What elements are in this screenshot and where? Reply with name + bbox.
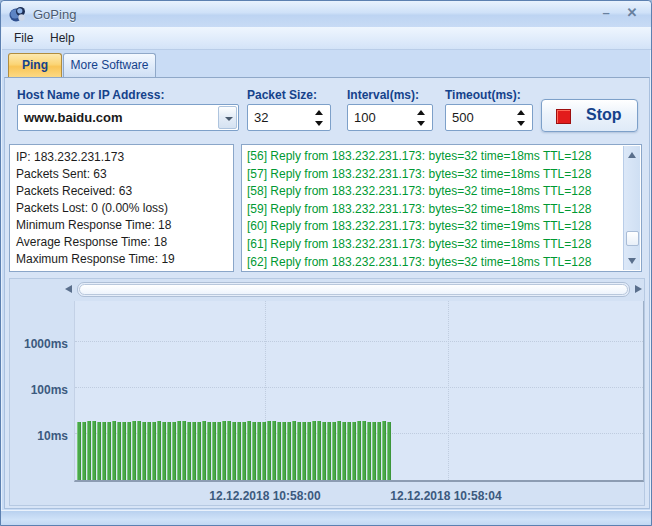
ping-stats-panel: IP: 183.232.231.173Packets Sent: 63Packe… — [9, 144, 234, 272]
response-bar — [97, 422, 101, 480]
response-bar — [172, 422, 176, 480]
response-bar — [362, 421, 366, 480]
y-tick-10ms: 10ms — [10, 429, 68, 443]
chart-plot-area — [74, 301, 644, 482]
title-bar[interactable]: GoPing – ✕ — [1, 1, 651, 27]
log-scrollbar[interactable] — [623, 146, 640, 270]
response-bar — [212, 422, 216, 480]
response-bar — [132, 421, 136, 480]
close-icon[interactable]: ✕ — [621, 4, 643, 22]
response-bar — [112, 421, 116, 480]
response-bar — [377, 422, 381, 480]
gridline-100ms — [75, 387, 643, 388]
tab-more-software[interactable]: More Software — [63, 53, 156, 77]
response-bar — [382, 421, 386, 480]
stat-line: Average Response Time: 18 — [16, 234, 233, 251]
tab-ping[interactable]: Ping — [8, 53, 62, 77]
y-tick-1000ms: 1000ms — [10, 337, 68, 351]
response-bar — [162, 422, 166, 480]
timeout-stepper[interactable] — [515, 109, 527, 127]
spinner-up-icon — [517, 110, 525, 115]
menu-bar: File Help — [2, 27, 652, 50]
response-bar — [372, 422, 376, 480]
tab-bar: Ping More Software — [2, 51, 652, 77]
response-bar — [127, 422, 131, 480]
response-bar — [352, 422, 356, 480]
response-bar — [222, 421, 226, 480]
response-bar — [287, 422, 291, 480]
gridline — [448, 301, 449, 480]
response-bar — [82, 422, 86, 480]
response-bar — [267, 421, 271, 480]
response-bar — [102, 422, 106, 480]
log-scrollbar-thumb[interactable] — [626, 231, 639, 246]
packet-size-stepper[interactable] — [313, 109, 325, 127]
response-bar — [157, 421, 161, 480]
gridline-1000ms — [75, 341, 643, 342]
stop-button-label: Stop — [586, 106, 622, 124]
spinner-up-icon — [417, 110, 425, 115]
scroll-right-icon[interactable] — [635, 285, 642, 293]
scroll-down-icon[interactable] — [628, 258, 636, 264]
stat-line: Packets Lost: 0 (0.00% loss) — [16, 200, 233, 217]
x-tick-time1: 12.12.2018 10:58:00 — [209, 489, 320, 503]
chevron-down-icon — [225, 117, 233, 121]
ping-log-lines: [56] Reply from 183.232.231.173: bytes=3… — [247, 148, 621, 271]
scroll-up-icon[interactable] — [628, 152, 636, 158]
stat-line: Maximum Response Time: 19 — [16, 251, 233, 268]
response-bar — [302, 422, 306, 480]
response-bar — [322, 422, 326, 480]
response-time-chart: 1000ms 100ms 10ms 12.12.2018 10:58:00 12… — [9, 278, 645, 506]
spinner-down-icon — [517, 121, 525, 126]
response-bar — [92, 421, 96, 480]
packet-size-label: Packet Size: — [247, 88, 317, 102]
window-title: GoPing — [33, 7, 76, 22]
response-bar — [277, 422, 281, 480]
scroll-left-icon[interactable] — [65, 285, 72, 293]
window-bottom-frame — [1, 510, 651, 525]
response-bar — [237, 422, 241, 480]
y-tick-100ms: 100ms — [10, 383, 68, 397]
response-bar — [347, 422, 351, 480]
response-bar — [297, 422, 301, 480]
chart-scrollbar-thumb[interactable] — [79, 284, 628, 295]
timeout-value: 500 — [452, 110, 474, 125]
stat-line: Minimum Response Time: 18 — [16, 217, 233, 234]
response-bar — [327, 422, 331, 480]
response-bar — [122, 422, 126, 480]
spinner-up-icon — [315, 110, 323, 115]
response-bar — [187, 422, 191, 480]
chart-scrollbar-track[interactable] — [77, 282, 630, 297]
response-bar — [387, 422, 391, 480]
interval-input[interactable]: 100 — [347, 104, 433, 131]
stop-button[interactable]: Stop — [541, 99, 638, 132]
host-input[interactable]: www.baidu.com — [17, 104, 239, 131]
timeout-label: Timeout(ms): — [445, 88, 521, 102]
menu-help[interactable]: Help — [44, 30, 81, 47]
host-value: www.baidu.com — [24, 110, 122, 125]
app-icon — [9, 6, 26, 23]
response-bar — [202, 421, 206, 480]
stop-square-icon — [556, 109, 571, 124]
timeout-input[interactable]: 500 — [445, 104, 533, 131]
response-bar — [147, 422, 151, 480]
response-bar — [107, 422, 111, 480]
response-bar — [142, 422, 146, 480]
response-bar — [307, 422, 311, 480]
stat-line: Packets Received: 63 — [16, 183, 233, 200]
response-bar — [87, 421, 91, 480]
log-line: [62] Reply from 183.232.231.173: bytes=3… — [247, 254, 621, 272]
menu-file[interactable]: File — [8, 30, 39, 47]
response-bar — [167, 422, 171, 480]
interval-stepper[interactable] — [415, 109, 427, 127]
goping-window: GoPing – ✕ File Help Ping More Software … — [0, 0, 652, 526]
response-bar — [217, 422, 221, 480]
minimize-icon[interactable]: – — [595, 4, 617, 22]
response-bar — [337, 421, 341, 480]
response-bar — [262, 422, 266, 480]
packet-size-input[interactable]: 32 — [247, 104, 331, 131]
stat-line: IP: 183.232.231.173 — [16, 149, 233, 166]
chart-scrollbar[interactable] — [65, 282, 642, 297]
ping-log-panel[interactable]: [56] Reply from 183.232.231.173: bytes=3… — [241, 144, 642, 272]
host-dropdown-button[interactable] — [218, 106, 237, 129]
